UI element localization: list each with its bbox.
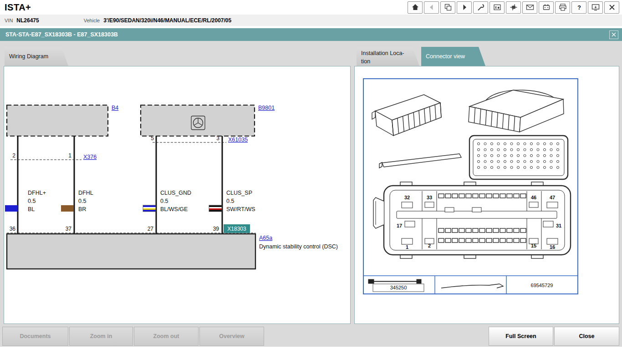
overview-button-label: Overview xyxy=(219,333,245,339)
toolbar: ? xyxy=(408,1,619,14)
documents-button: Documents xyxy=(2,327,68,346)
wire-name: CLUS_GND xyxy=(160,190,191,196)
document-close-button[interactable] xyxy=(609,30,618,39)
tab-wiring-diagram[interactable]: Wiring Diagram xyxy=(5,47,68,66)
forward-icon xyxy=(460,3,469,12)
content-area: Wiring Diagram Installation Loca- tion C… xyxy=(0,41,622,347)
zoom-out-button-label: Zoom out xyxy=(153,333,179,339)
back-button xyxy=(424,1,439,14)
wire-color-swatch xyxy=(5,205,18,212)
wiring-diagram: B4 B9801 xyxy=(4,66,350,324)
tab-connector-view[interactable]: Connector view xyxy=(421,47,485,66)
back-icon xyxy=(427,3,436,12)
connector-view-panel: 32 33 46 47 17 31 1 2 15 16 xyxy=(354,66,619,324)
app-close-button[interactable] xyxy=(604,1,619,14)
connector-front-view xyxy=(373,182,571,258)
pin-label: 16 xyxy=(550,244,555,250)
wire-color-code: BR xyxy=(78,206,86,212)
connector-badge-label: X18303 xyxy=(227,226,246,232)
abbreviations-button[interactable] xyxy=(489,1,505,14)
tab-connector-view-label: Connector view xyxy=(426,53,465,60)
wire-color-code: SW/RT/WS xyxy=(226,206,255,212)
component-b4: B4 xyxy=(7,105,118,136)
disconnect-icon xyxy=(509,3,518,12)
pin-label: 15 xyxy=(531,243,536,248)
pin-number: 2 xyxy=(12,152,15,159)
vehicle-label: Vehicle xyxy=(84,18,100,23)
wire-label-dfhl-plus: DFHL+ 0.5 BL xyxy=(5,190,46,212)
pin-label: 1 xyxy=(406,244,408,250)
help-button[interactable]: ? xyxy=(571,1,586,14)
pin-number: 1 xyxy=(68,152,71,159)
tab-wiring-diagram-label: Wiring Diagram xyxy=(9,53,48,60)
wire-label-dfhl: DFHL 0.5 BR xyxy=(61,190,93,212)
pin-label: 33 xyxy=(427,195,432,200)
wire-label-clus-sp: CLUS_SP 0.5 SW/RT/WS xyxy=(209,190,255,212)
connector-link-x61035[interactable]: X61035 xyxy=(228,136,248,143)
home-button[interactable] xyxy=(408,1,423,14)
document-header: STA-STA-E87_SX18303B - E87_SX18303B xyxy=(0,28,622,41)
top-bar: ISTA+ ? xyxy=(0,0,622,15)
wire-cross-section: 0.5 xyxy=(28,198,36,204)
component-b9801: B9801 xyxy=(141,105,275,136)
forward-button[interactable] xyxy=(457,1,472,14)
close-button[interactable]: Close xyxy=(554,327,619,346)
pin-block-drawing xyxy=(469,136,568,179)
tab-installation-location[interactable]: Installation Loca- tion xyxy=(357,47,419,66)
help-icon: ? xyxy=(575,3,584,12)
wire-color-swatch xyxy=(209,205,222,212)
zoom-in-button-label: Zoom in xyxy=(90,333,112,339)
measuring-device-icon xyxy=(542,3,551,12)
app-title: ISTA+ xyxy=(5,2,31,13)
component-link-b4[interactable]: B4 xyxy=(112,105,118,111)
wires xyxy=(18,136,222,233)
full-screen-button-label: Full Screen xyxy=(505,333,536,339)
pin-number: 5 xyxy=(151,135,154,142)
component-link-b9801[interactable]: B9801 xyxy=(258,105,275,111)
wire-name: DFHL xyxy=(78,190,93,196)
pin-label: 32 xyxy=(404,195,410,200)
connector-link-x376[interactable]: X376 xyxy=(83,154,97,160)
pin-label: 46 xyxy=(531,195,536,200)
wire-color-swatch xyxy=(143,205,156,212)
tab-installation-label-line2: tion xyxy=(361,57,415,66)
pin-label: 47 xyxy=(550,195,555,200)
overview-button: Overview xyxy=(199,327,264,346)
pin-label: 31 xyxy=(556,223,561,228)
wire-cross-section: 0.5 xyxy=(78,198,86,204)
tab-installation-label-line1: Installation Loca- xyxy=(361,49,415,57)
disconnect-button[interactable] xyxy=(506,1,521,14)
screen-icon xyxy=(591,3,600,12)
svg-text:?: ? xyxy=(577,5,581,11)
mail-button[interactable] xyxy=(522,1,537,14)
close-icon xyxy=(611,32,617,37)
full-screen-button[interactable]: Full Screen xyxy=(489,327,553,346)
pin-label: 17 xyxy=(397,223,402,228)
pin-number: 37 xyxy=(66,226,72,232)
documents-button-label: Documents xyxy=(20,333,51,339)
wire-color-code: BL/WS/GE xyxy=(160,206,188,212)
close-button-label: Close xyxy=(579,333,594,339)
module-dsc: A65a Dynamic stability control (DSC) xyxy=(7,234,338,269)
cable-part-number: 345250 xyxy=(390,285,407,290)
home-icon xyxy=(411,3,420,12)
vin-label: VIN xyxy=(5,18,13,23)
wrench-icon xyxy=(476,3,485,12)
connector-view-image: 32 33 46 47 17 31 1 2 15 16 xyxy=(355,66,619,324)
connector-x18303: 36 37 27 39 X18303 xyxy=(7,224,255,233)
measuring-devices-button[interactable] xyxy=(539,1,554,14)
change-screen-button[interactable] xyxy=(588,1,603,14)
wire-label-clus-gnd: CLUS_GND 0.5 BL/WS/GE xyxy=(143,190,191,212)
operations-list-button[interactable] xyxy=(440,1,455,14)
module-link-a65a[interactable]: A65a xyxy=(259,235,272,241)
mail-icon xyxy=(525,3,535,12)
connector-part-number: 69545729 xyxy=(531,283,553,288)
service-tools-button[interactable] xyxy=(473,1,488,14)
vehicle-value: 3'/E90/SEDAN/320i/N46/MANUAL/ECE/RL/2007… xyxy=(103,17,231,24)
wire-name: DFHL+ xyxy=(28,190,46,196)
wire-color-code: BL xyxy=(28,206,35,212)
vin-value: NL26475 xyxy=(16,17,39,24)
abbreviations-icon xyxy=(493,3,502,12)
print-button[interactable] xyxy=(555,1,570,14)
pin-number: 3 xyxy=(216,135,219,142)
